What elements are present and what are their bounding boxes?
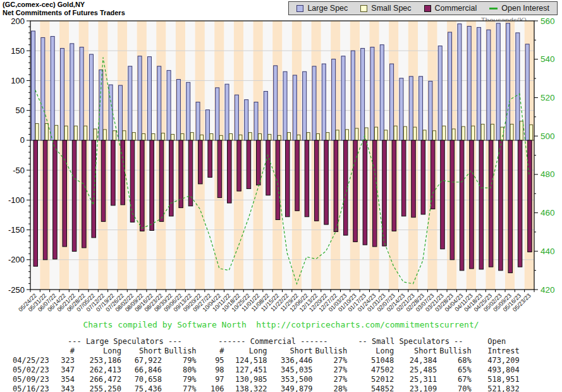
commercial-bar — [353, 140, 358, 242]
y-axis-label: -250 — [8, 285, 25, 295]
commercial-bar — [130, 140, 135, 222]
large-spec-bar — [274, 66, 278, 140]
table-cell: 124,518 — [226, 355, 269, 365]
large-spec-bar — [196, 102, 200, 140]
small-spec-bar — [481, 124, 484, 140]
table-cell: 25,485 — [395, 365, 438, 374]
table-cell: 349,879 — [269, 384, 314, 392]
cot-chart-page: (GC,comex-cec) Gold,NY Net Commitments o… — [0, 0, 562, 392]
footer: Charts compiled by Software North http:/… — [0, 320, 562, 329]
table-cell: 75,436 — [123, 384, 163, 392]
table-column-header: # — [52, 346, 76, 355]
small-spec-bar — [394, 126, 397, 140]
large-spec-bar — [157, 66, 161, 140]
large-spec-bar — [60, 48, 64, 140]
commercial-bar — [479, 140, 484, 269]
table-cell: 127,451 — [226, 365, 269, 374]
table-cell: 68% — [438, 355, 473, 365]
small-spec-bar — [423, 130, 426, 140]
table-column-header: Intrest — [473, 346, 521, 355]
table-cell: 473,209 — [473, 355, 521, 365]
small-spec-bar — [142, 134, 145, 140]
commercial-bar — [34, 140, 38, 266]
commercial-bar — [314, 140, 319, 221]
small-spec-bar — [316, 134, 319, 140]
small-spec-bar — [491, 124, 494, 140]
small-spec-bar — [278, 135, 281, 140]
table-group-header: -- Small Speculators -- — [348, 336, 473, 346]
large-spec-bar — [283, 71, 287, 140]
large-spec-bar — [429, 81, 432, 140]
small-spec-bar — [74, 126, 77, 140]
small-spec-bar — [288, 133, 291, 140]
small-spec-bar — [103, 130, 106, 140]
small-spec-bar — [210, 134, 213, 140]
commercial-bar — [412, 140, 416, 217]
large-spec-bar — [80, 47, 83, 140]
table-column-header: Bullish — [438, 346, 473, 355]
small-spec-bar — [84, 126, 87, 140]
footer-link[interactable]: http://cotpricecharts.com/commitmentscur… — [256, 320, 479, 329]
table-column-header — [11, 346, 52, 355]
small-spec-bar — [510, 124, 513, 140]
commercial-bar — [508, 140, 513, 273]
large-spec-bar — [467, 27, 471, 140]
small-spec-bar — [45, 123, 48, 140]
small-spec-bar — [403, 126, 406, 140]
large-spec-bar — [235, 95, 238, 140]
small-spec-bar — [452, 129, 455, 140]
large-spec-bar — [458, 24, 461, 140]
table-cell: 255,250 — [76, 384, 123, 392]
large-spec-bar — [89, 54, 93, 140]
table-column-header: Long — [348, 346, 395, 355]
commercial-bar — [441, 140, 445, 249]
large-spec-bar — [303, 71, 307, 140]
commercial-bar — [460, 140, 464, 271]
table-cell: 323 — [52, 355, 76, 365]
table-group-header-row: --- Large Speculators --------- Commerci… — [11, 336, 521, 346]
right-axis-label: 560 — [541, 16, 555, 26]
right-axis-label: 460 — [541, 208, 555, 217]
table-cell-date: 05/02/23 — [11, 365, 52, 374]
table-column-header: Bullish — [163, 346, 198, 355]
small-spec-bar — [326, 133, 329, 140]
commercial-bar — [121, 140, 125, 205]
commercial-bar — [266, 140, 271, 195]
large-spec-bar — [41, 37, 45, 140]
small-spec-bar — [113, 131, 116, 140]
large-spec-bar — [186, 82, 190, 140]
table-cell: 54852 — [348, 384, 395, 392]
commercial-bar — [150, 140, 154, 231]
small-spec-bar — [161, 133, 164, 140]
large-spec-bar — [51, 37, 54, 140]
large-spec-bar — [118, 85, 122, 140]
table-column-header: Short — [395, 346, 438, 355]
table-cell: 95 — [198, 355, 226, 365]
y-axis-label: 150 — [11, 46, 25, 56]
commercial-bar — [343, 140, 348, 235]
small-spec-bar — [248, 133, 252, 140]
large-spec-bar — [341, 56, 345, 140]
table-cell: 67% — [438, 374, 473, 384]
table-group-header: --- Large Speculators --- — [52, 336, 198, 346]
large-spec-bar — [438, 46, 442, 140]
commercial-bar — [257, 140, 261, 185]
small-spec-bar — [472, 126, 475, 140]
small-spec-bar — [520, 121, 523, 140]
right-axis-label: 480 — [541, 169, 555, 179]
table-cell-date: 04/25/23 — [11, 355, 52, 365]
table-column-header: # — [198, 346, 226, 355]
commercial-bar — [179, 140, 183, 208]
large-spec-bar — [506, 23, 510, 140]
large-spec-bar — [351, 51, 355, 140]
commercial-bar — [159, 140, 164, 221]
table-cell-date: 05/16/23 — [11, 384, 52, 392]
table-cell: 262,413 — [76, 365, 123, 374]
table-cell: 521,832 — [473, 384, 521, 392]
large-spec-bar — [147, 57, 151, 140]
table-cell: 27% — [314, 374, 349, 384]
table-cell: 70,658 — [123, 374, 163, 384]
table-cell: 97 — [198, 374, 226, 384]
large-spec-bar — [205, 110, 209, 140]
table-cell: 70% — [438, 384, 473, 392]
